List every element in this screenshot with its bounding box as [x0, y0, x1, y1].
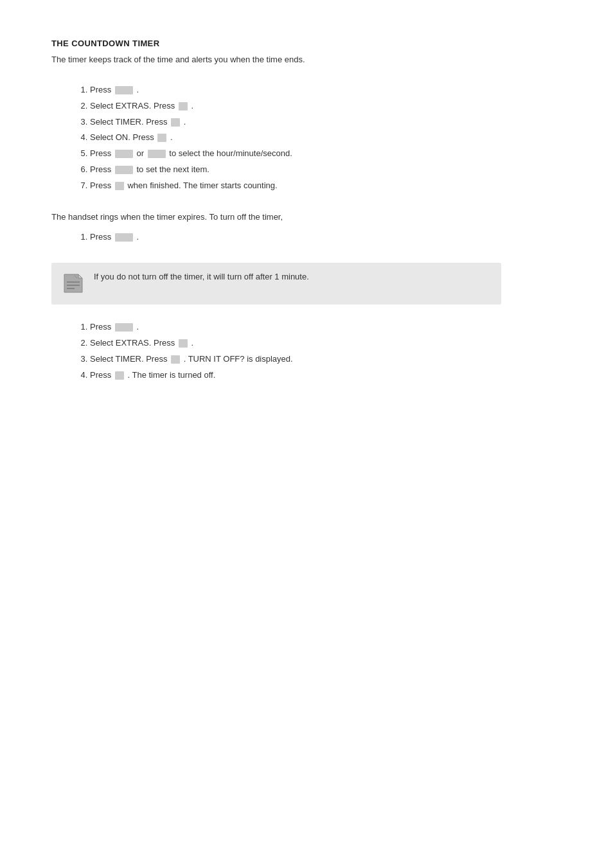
step-text: Press: [90, 148, 111, 158]
list-item: Select TIMER. Press .: [90, 116, 562, 129]
button-placeholder: [115, 323, 133, 332]
button-placeholder: [148, 150, 166, 158]
step-text: Select TIMER. Press: [90, 117, 167, 127]
button-placeholder: [179, 102, 188, 111]
step-text: Press: [90, 85, 111, 94]
list-item: Press .: [90, 84, 562, 97]
step-text: Select ON. Press: [90, 132, 154, 142]
section-2-list: Press .: [90, 231, 562, 244]
section-pre-text: The handset rings when the timer expires…: [51, 212, 562, 222]
step-text: .: [191, 338, 193, 348]
button-placeholder: [115, 86, 133, 94]
list-item: Select EXTRAS. Press .: [90, 100, 562, 113]
step-text: . The timer is turned off.: [127, 370, 215, 380]
step-text: .: [170, 132, 173, 142]
note-svg-icon: [62, 272, 85, 295]
note-box: If you do not turn off the timer, it wil…: [51, 263, 501, 305]
button-placeholder: [115, 182, 124, 190]
list-item: Select TIMER. Press . TURN IT OFF? is di…: [90, 353, 562, 366]
section-2: The handset rings when the timer expires…: [51, 212, 562, 244]
step-text: when finished. The timer starts counting…: [127, 181, 277, 190]
button-placeholder: [157, 134, 166, 142]
button-placeholder: [115, 166, 133, 174]
svg-marker-2: [78, 274, 82, 278]
list-item: Select EXTRAS. Press .: [90, 337, 562, 350]
list-item: Press to set the next item.: [90, 163, 562, 177]
step-text: Select TIMER. Press: [90, 354, 167, 364]
list-item: Press or to select the hour/minute/secon…: [90, 147, 562, 161]
step-text: Press: [90, 232, 111, 242]
step-text: to select the hour/minute/second.: [169, 148, 292, 158]
step-text: . TURN IT OFF? is displayed.: [184, 354, 293, 364]
step-text: .: [136, 232, 139, 242]
list-item: Press .: [90, 231, 562, 244]
button-placeholder: [179, 339, 188, 348]
step-text: .: [191, 101, 193, 111]
step-text: or: [136, 148, 144, 158]
list-item: Press .: [90, 321, 562, 334]
list-item: Select ON. Press .: [90, 131, 562, 145]
intro-text: The timer keeps track of the time and al…: [51, 55, 562, 64]
section-3: Press . Select EXTRAS. Press . Select TI…: [51, 321, 562, 382]
section-3-list: Press . Select EXTRAS. Press . Select TI…: [90, 321, 562, 382]
step-text: Press: [90, 164, 111, 174]
list-item: Press . The timer is turned off.: [90, 369, 562, 382]
step-text: Select EXTRAS. Press: [90, 338, 175, 348]
button-placeholder: [115, 233, 133, 242]
step-text: Press: [90, 370, 111, 380]
page-title: THE COUNTDOWN TIMER: [51, 39, 562, 48]
step-text: .: [136, 322, 139, 332]
note-text: If you do not turn off the timer, it wil…: [94, 270, 309, 283]
button-placeholder: [115, 150, 133, 158]
step-text: to set the next item.: [136, 164, 209, 174]
page-container: THE COUNTDOWN TIMER The timer keeps trac…: [51, 39, 562, 382]
step-text: .: [184, 117, 186, 127]
step-text: Press: [90, 322, 111, 332]
section-1-list: Press . Select EXTRAS. Press . Select TI…: [90, 84, 562, 193]
note-icon: [62, 272, 85, 297]
button-placeholder: [115, 371, 124, 380]
section-1: Press . Select EXTRAS. Press . Select TI…: [51, 84, 562, 193]
step-text: .: [136, 85, 139, 94]
button-placeholder: [171, 355, 180, 364]
button-placeholder: [171, 118, 180, 127]
list-item: Press when finished. The timer starts co…: [90, 179, 562, 193]
step-text: Select EXTRAS. Press: [90, 101, 175, 111]
step-text: Press: [90, 181, 111, 190]
